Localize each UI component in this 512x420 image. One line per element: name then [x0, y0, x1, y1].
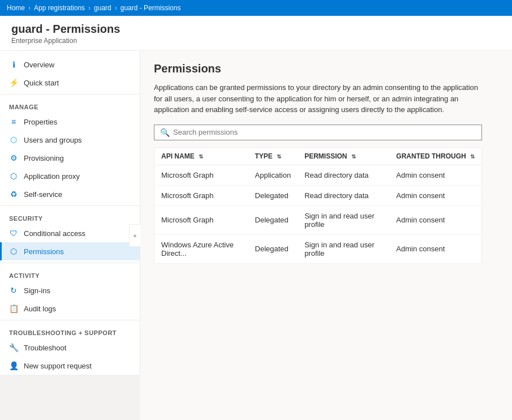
- col-api-name[interactable]: API NAME ⇅: [154, 147, 248, 165]
- breadcrumb-app-registrations[interactable]: App registrations: [34, 4, 85, 12]
- sidebar-item-users-groups[interactable]: ⬡ Users and groups: [0, 131, 140, 149]
- properties-icon: ≡: [9, 117, 18, 126]
- sidebar-section-manage: MANAGE: [0, 97, 140, 113]
- table-row: Microsoft Graph Delegated Read directory…: [154, 185, 482, 205]
- cell-granted-through: Admin consent: [389, 185, 481, 205]
- sidebar-wrapper: ℹ Overview ⚡ Quick start MANAGE ≡ Proper…: [0, 51, 140, 420]
- new-support-icon: 👤: [9, 361, 18, 370]
- col-permission[interactable]: PERMISSION ⇅: [298, 147, 389, 165]
- sidebar-item-label: New support request: [24, 362, 92, 370]
- sidebar: ℹ Overview ⚡ Quick start MANAGE ≡ Proper…: [0, 51, 140, 375]
- sidebar-divider-2: [0, 205, 140, 206]
- troubleshoot-icon: 🔧: [9, 343, 18, 352]
- sidebar-item-conditional-access[interactable]: 🛡 Conditional access: [0, 224, 140, 242]
- app-proxy-icon: ⬡: [9, 172, 18, 181]
- sidebar-divider-3: [0, 263, 140, 263]
- sidebar-section-security: SECURITY: [0, 208, 140, 224]
- sidebar-item-label: Conditional access: [24, 229, 85, 238]
- sidebar-item-quickstart[interactable]: ⚡ Quick start: [0, 74, 140, 92]
- cell-api-name: Microsoft Graph: [154, 185, 248, 205]
- search-input[interactable]: [173, 128, 476, 136]
- cell-type: Application: [248, 165, 298, 185]
- sort-icon-granted-through: ⇅: [470, 153, 475, 160]
- table-row: Microsoft Graph Application Read directo…: [154, 165, 482, 185]
- sidebar-item-label: Overview: [24, 61, 54, 69]
- breadcrumb-separator-1: ›: [28, 4, 31, 12]
- main-layout: ℹ Overview ⚡ Quick start MANAGE ≡ Proper…: [0, 51, 512, 420]
- sidebar-item-label: Application proxy: [24, 172, 80, 181]
- sidebar-item-label: Audit logs: [24, 305, 56, 313]
- sidebar-item-audit-logs[interactable]: 📋 Audit logs: [0, 299, 140, 318]
- breadcrumb-separator-2: ›: [88, 4, 91, 12]
- table-row: Windows Azure Active Direct... Delegated…: [154, 234, 482, 263]
- permissions-table-container: API NAME ⇅ TYPE ⇅ PERMISSION ⇅ GRANTED: [154, 147, 482, 264]
- sidebar-item-label: Provisioning: [24, 154, 64, 162]
- sidebar-section-activity: ACTIVITY: [0, 265, 140, 281]
- sidebar-item-overview[interactable]: ℹ Overview: [0, 55, 140, 74]
- sidebar-item-permissions[interactable]: ⬡ Permissions: [0, 242, 140, 260]
- cell-api-name: Microsoft Graph: [154, 205, 248, 234]
- self-service-icon: ♻: [9, 190, 18, 199]
- cell-type: Delegated: [248, 185, 298, 205]
- audit-logs-icon: 📋: [9, 304, 18, 313]
- cell-permission: Sign in and read user profile: [298, 234, 389, 263]
- sidebar-item-new-support[interactable]: 👤 New support request: [0, 357, 140, 375]
- sign-ins-icon: ↻: [9, 286, 18, 295]
- sort-icon-api-name: ⇅: [199, 153, 203, 160]
- breadcrumb-nav: Home › App registrations › guard › guard…: [0, 0, 512, 16]
- overview-icon: ℹ: [9, 60, 18, 69]
- sidebar-item-app-proxy[interactable]: ⬡ Application proxy: [0, 167, 140, 185]
- sidebar-item-troubleshoot[interactable]: 🔧 Troubleshoot: [0, 338, 140, 357]
- sidebar-item-self-service[interactable]: ♻ Self-service: [0, 185, 140, 203]
- table-row: Microsoft Graph Delegated Sign in and re…: [154, 205, 482, 234]
- quickstart-icon: ⚡: [9, 78, 18, 87]
- cell-api-name: Windows Azure Active Direct...: [154, 234, 248, 263]
- sidebar-section-troubleshoot: TROUBLESHOOTING + SUPPORT: [0, 323, 140, 338]
- cell-permission: Read directory data: [298, 165, 389, 185]
- sort-icon-permission: ⇅: [351, 153, 356, 160]
- sidebar-item-sign-ins[interactable]: ↻ Sign-ins: [0, 281, 140, 299]
- search-icon: 🔍: [160, 128, 170, 137]
- search-bar: 🔍: [154, 125, 482, 140]
- page-title: guard - Permissions: [11, 23, 501, 36]
- cell-permission: Read directory data: [298, 185, 389, 205]
- cell-api-name: Microsoft Graph: [154, 165, 248, 185]
- breadcrumb-current: guard - Permissions: [121, 4, 181, 12]
- breadcrumb-guard[interactable]: guard: [94, 4, 111, 12]
- sidebar-item-label: Self-service: [24, 190, 62, 199]
- users-groups-icon: ⬡: [9, 135, 18, 144]
- sidebar-item-provisioning[interactable]: ⚙ Provisioning: [0, 149, 140, 167]
- col-type[interactable]: TYPE ⇅: [248, 147, 298, 165]
- cell-permission: Sign in and read user profile: [298, 205, 389, 234]
- cell-granted-through: Admin consent: [389, 165, 481, 185]
- cell-granted-through: Admin consent: [389, 205, 481, 234]
- page-header: guard - Permissions Enterprise Applicati…: [0, 16, 512, 51]
- sidebar-divider-4: [0, 320, 140, 320]
- page-subtitle: Enterprise Application: [11, 37, 501, 45]
- conditional-access-icon: 🛡: [9, 229, 18, 238]
- sidebar-divider-1: [0, 94, 140, 95]
- breadcrumb-separator-3: ›: [115, 4, 117, 12]
- sort-icon-type: ⇅: [277, 153, 281, 160]
- sidebar-item-label: Sign-ins: [24, 286, 50, 295]
- sidebar-item-properties[interactable]: ≡ Properties: [0, 113, 140, 131]
- permissions-description: Applications can be granted permissions …: [154, 82, 482, 115]
- permissions-table: API NAME ⇅ TYPE ⇅ PERMISSION ⇅ GRANTED: [154, 147, 482, 264]
- col-granted-through[interactable]: GRANTED THROUGH ⇅: [389, 147, 481, 165]
- sidebar-collapse-button[interactable]: «: [129, 224, 140, 247]
- sidebar-item-label: Properties: [24, 118, 57, 126]
- sidebar-item-label: Permissions: [24, 247, 64, 256]
- table-header-row: API NAME ⇅ TYPE ⇅ PERMISSION ⇅ GRANTED: [154, 147, 482, 165]
- permissions-icon: ⬡: [9, 247, 18, 256]
- sidebar-item-label: Quick start: [24, 79, 59, 87]
- main-content: Permissions Applications can be granted …: [140, 51, 512, 420]
- cell-type: Delegated: [248, 205, 298, 234]
- cell-type: Delegated: [248, 234, 298, 263]
- provisioning-icon: ⚙: [9, 153, 18, 162]
- breadcrumb-home[interactable]: Home: [7, 4, 25, 12]
- sidebar-item-label: Users and groups: [24, 136, 82, 144]
- cell-granted-through: Admin consent: [389, 234, 481, 263]
- permissions-title: Permissions: [154, 62, 498, 75]
- sidebar-item-label: Troubleshoot: [24, 344, 66, 352]
